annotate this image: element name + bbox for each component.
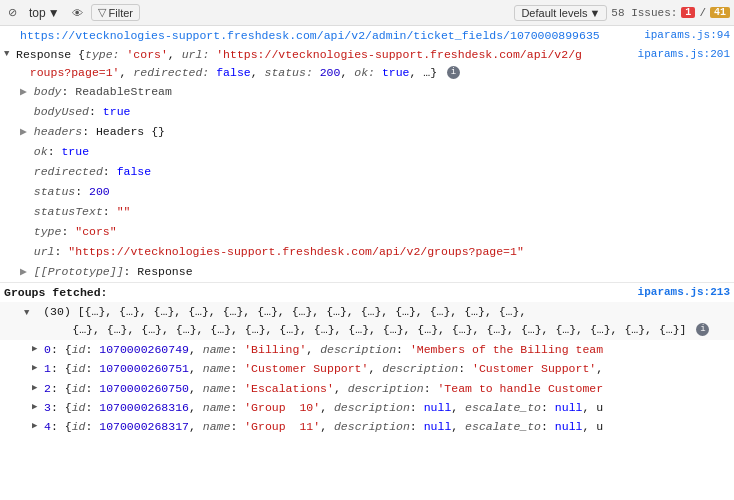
- group-item-2[interactable]: 2: {id: 1070000260750, name: 'Escalation…: [0, 379, 734, 398]
- group-item-3[interactable]: 3: {id: 1070000268316, name: 'Group 10',…: [0, 398, 734, 417]
- response-statustext-row: statusText: "": [0, 202, 734, 222]
- default-levels-label: Default levels: [521, 7, 587, 19]
- group-item-0[interactable]: 0: {id: 1070000260749, name: 'Billing', …: [0, 340, 734, 359]
- item2-triangle: [32, 382, 44, 396]
- url-text: https://vtecknologies-support.freshdesk.…: [20, 27, 600, 44]
- groups-fetched-label: Groups fetched:: [4, 284, 108, 301]
- default-levels-button[interactable]: Default levels ▼: [514, 5, 607, 21]
- warn-badge: 41: [710, 7, 730, 18]
- array-preview: (30) [{…}, {…}, {…}, {…}, {…}, {…}, {…},…: [24, 305, 709, 336]
- item4-triangle: [32, 420, 44, 434]
- info-icon-response[interactable]: i: [447, 66, 460, 79]
- response-status-row: status: 200: [0, 182, 734, 202]
- filter-button[interactable]: ▽ Filter: [91, 4, 140, 21]
- context-dropdown[interactable]: top ▼: [25, 4, 64, 22]
- ticket-fields-link[interactable]: https://vtecknologies-support.freshdesk.…: [20, 29, 600, 42]
- filter-funnel-icon: ▽: [98, 6, 106, 19]
- source-link-2[interactable]: iparams.js:201: [638, 46, 730, 63]
- response-triangle: [4, 48, 16, 62]
- error-badge: 1: [681, 7, 695, 18]
- groups-fetched-header: Groups fetched: iparams.js:213: [0, 282, 734, 302]
- context-label: top: [29, 6, 46, 20]
- eye-button[interactable]: 👁: [68, 5, 87, 21]
- response-ok-row: ok: true: [0, 142, 734, 162]
- dropdown-arrow-icon: ▼: [48, 6, 60, 20]
- response-bodyused-row: bodyUsed: true: [0, 102, 734, 122]
- filter-label: Filter: [109, 7, 133, 19]
- info-icon-array[interactable]: i: [696, 323, 709, 336]
- levels-arrow-icon: ▼: [589, 7, 600, 19]
- issues-label: 58 Issues:: [611, 7, 677, 19]
- group-item-1[interactable]: 1: {id: 1070000260751, name: 'Customer S…: [0, 359, 734, 378]
- cancel-button[interactable]: ⊘: [4, 4, 21, 21]
- response-redirected-row: redirected: false: [0, 162, 734, 182]
- log-entry-url1: https://vtecknologies-support.freshdesk.…: [0, 26, 734, 45]
- console-output: https://vtecknologies-support.freshdesk.…: [0, 26, 734, 500]
- error-separator: /: [699, 7, 706, 19]
- groups-array-row[interactable]: (30) [{…}, {…}, {…}, {…}, {…}, {…}, {…},…: [0, 302, 734, 340]
- source-link-3[interactable]: iparams.js:213: [638, 284, 730, 301]
- item3-triangle: [32, 401, 44, 415]
- response-headers-row: ▶ headers: Headers {}: [0, 122, 734, 142]
- item1-triangle: [32, 362, 44, 376]
- response-type-row: type: "cors": [0, 222, 734, 242]
- source-link-1[interactable]: iparams.js:94: [644, 27, 730, 44]
- group-item-4[interactable]: 4: {id: 1070000268317, name: 'Group 11',…: [0, 417, 734, 436]
- response-prototype-row: ▶ [[Prototype]]: Response: [0, 262, 734, 282]
- array-triangle: [24, 307, 36, 321]
- item0-triangle: [32, 343, 44, 357]
- response-body-row: ▶ body: ReadableStream: [0, 82, 734, 102]
- response-url-row: url: "https://vtecknologies-support.fres…: [0, 242, 734, 262]
- issues-count: 58 Issues: 1 / 41: [611, 7, 730, 19]
- response-text: Response {type: 'cors', url: 'https://vt…: [16, 46, 582, 81]
- response-expand-row[interactable]: Response {type: 'cors', url: 'https://vt…: [0, 45, 734, 82]
- console-toolbar: ⊘ top ▼ 👁 ▽ Filter Default levels ▼ 58 I…: [0, 0, 734, 26]
